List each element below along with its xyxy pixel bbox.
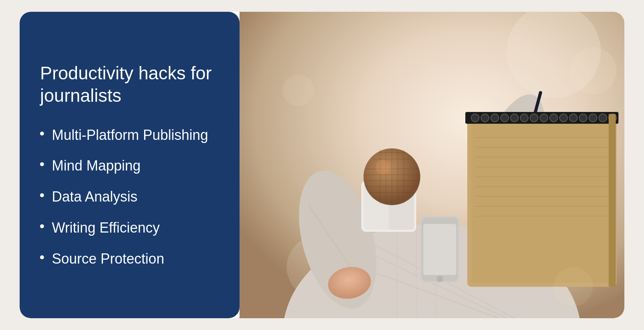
bullet-list: Multi-Platform PublishingMind MappingDat… (40, 126, 221, 268)
svg-point-50 (550, 114, 558, 122)
card-container: Productivity hacks for journalists Multi… (20, 12, 624, 318)
svg-rect-40 (471, 118, 613, 283)
svg-point-46 (510, 114, 518, 122)
svg-point-48 (530, 114, 538, 122)
svg-point-69 (554, 267, 593, 306)
svg-point-49 (540, 114, 548, 122)
svg-rect-33 (423, 224, 456, 275)
bullet-item: Data Analysis (40, 188, 221, 206)
bullet-label: Multi-Platform Publishing (52, 126, 208, 145)
svg-point-52 (569, 114, 577, 122)
svg-point-51 (560, 114, 567, 122)
svg-point-68 (283, 75, 314, 106)
svg-point-30 (376, 160, 390, 174)
bullet-item: Multi-Platform Publishing (40, 126, 221, 145)
bullet-label: Writing Efficiency (52, 219, 160, 237)
svg-point-67 (569, 47, 617, 94)
bullet-dot (40, 224, 44, 228)
main-title: Productivity hacks for journalists (40, 62, 221, 107)
bullet-dot (40, 255, 44, 259)
svg-rect-66 (609, 114, 616, 287)
svg-point-43 (481, 114, 489, 122)
bullet-dot (40, 162, 44, 166)
bullet-label: Data Analysis (52, 188, 137, 206)
svg-point-34 (437, 276, 443, 282)
right-panel (240, 12, 624, 318)
left-panel: Productivity hacks for journalists Multi… (20, 12, 240, 318)
bullet-item: Writing Efficiency (40, 219, 221, 237)
svg-point-45 (501, 114, 509, 122)
svg-point-53 (579, 114, 587, 122)
svg-point-44 (491, 114, 499, 122)
bullet-label: Mind Mapping (52, 157, 141, 175)
svg-point-47 (520, 114, 528, 122)
bullet-label: Source Protection (52, 250, 164, 268)
bullet-item: Source Protection (40, 250, 221, 268)
svg-point-42 (471, 114, 479, 122)
svg-point-55 (599, 114, 607, 122)
svg-point-54 (589, 114, 597, 122)
bullet-dot (40, 132, 44, 136)
bullet-item: Mind Mapping (40, 157, 221, 175)
journalist-illustration (240, 12, 624, 318)
bullet-dot (40, 193, 44, 197)
